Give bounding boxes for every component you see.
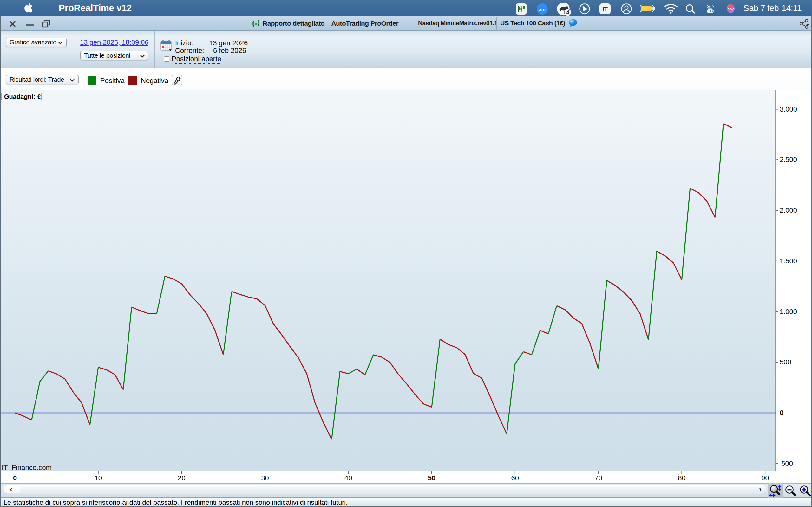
svg-text:4: 4 [566,10,569,15]
svg-text:zm: zm [539,7,546,12]
svg-text:IT: IT [602,6,608,13]
